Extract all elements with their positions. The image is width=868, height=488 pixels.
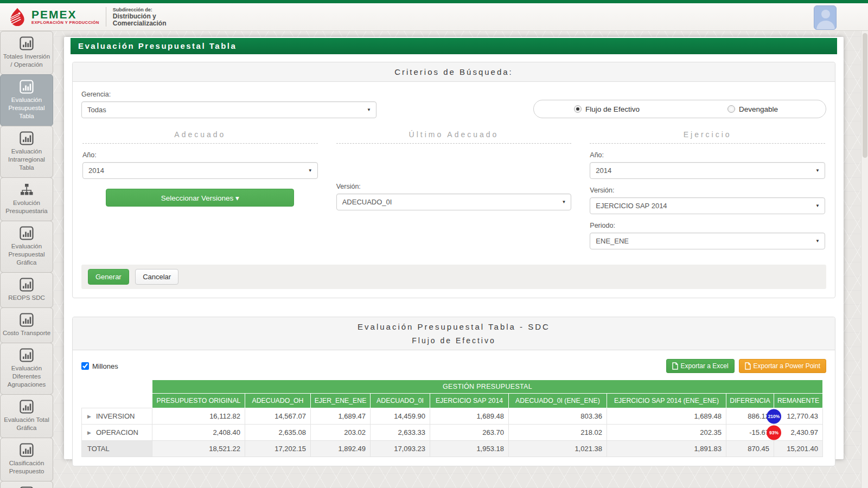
blank-header-cell [82,394,152,408]
sidebar-item-label: Evolución Presupuestaria [5,200,47,214]
table-cell: 1,689.48 [607,408,726,425]
sidebar-item-evaluaci-n-presupuestal-gr-fica[interactable]: Evaluación Presupuestal Gráfica [0,221,53,273]
export-buttons: Exportar a Excel Exportar a Power Point [666,359,826,373]
app-header: PEMEX EXPLORACIÓN Y PRODUCCIÓN Subdirecc… [0,3,868,31]
table-cell: 1,892.49 [311,441,371,457]
ejercicio-version-select[interactable]: EJERCICIO SAP 2014 ▼ [590,197,825,214]
ejercicio-periodo-label: Periodo: [590,222,825,229]
sidebar-item-evaluaci-n-presupuestal-tabla[interactable]: Evaluación Presupuestal Tabla [0,74,53,126]
scrollbar-thumb[interactable] [863,33,867,158]
radio-flujo-de-efectivo[interactable]: Flujo de Efectivo [534,105,680,113]
ejercicio-ano-select[interactable]: 2014 ▼ [590,162,825,179]
pemex-logo: PEMEX EXPLORACIÓN Y PRODUCCIÓN [8,7,99,27]
spacer [336,151,572,183]
brand-name: PEMEX [31,9,99,20]
header-divider [106,7,106,27]
logo-text: PEMEX EXPLORACIÓN Y PRODUCCIÓN [31,9,99,25]
adecuado-ano-select[interactable]: 2014 ▼ [82,162,318,179]
sidebar-item-evaluaci-n-diferentes-agrupaciones[interactable]: Evaluación Diferentes Agrupaciones [0,343,53,395]
sidebar-item-evaluaci-n-intrarregional-tabla[interactable]: Evaluación Intrarregional Tabla [0,126,53,178]
vertical-scrollbar[interactable] [861,31,868,488]
file-icon [672,362,678,370]
sidebar-item-evaluaci-n-total-gr-fica[interactable]: Evaluación Total Gráfica [0,394,53,438]
export-powerpoint-button[interactable]: Exportar a Power Point [739,359,826,373]
table-cell: 2,635.08 [245,425,311,441]
sidebar-item-label: REOPS SDC [8,294,45,301]
column-header: ADECUADO_0I (ENE_ENE) [509,394,607,408]
column-header: DIFERENCIA [726,394,774,408]
file-icon [745,362,751,370]
expand-chevron-icon[interactable]: ▶ [87,430,91,435]
table-cell: 218.02 [509,425,607,441]
dropdown-caret-icon: ▼ [815,233,820,249]
table-cell: 1,689.48 [430,408,509,425]
flow-type-radio-group: Flujo de Efectivo Devengable [533,100,826,118]
radio-icon [727,105,735,113]
sidebar-item-label: Evaluación Presupuestal Gráfica [8,243,44,266]
column-header: PRESUPUESTO ORIGINAL [152,394,245,408]
table-cell: 17,093.23 [371,441,430,457]
generar-button[interactable]: Generar [88,269,129,285]
row-label-operacion[interactable]: ▶OPERACION [82,425,152,441]
bar-chart-icon [2,400,52,414]
table-cell: 203.02 [311,425,371,441]
row-label-inversion[interactable]: ▶INVERSION [82,408,152,425]
sidebar-item-clasificaci-n-presupuesto[interactable]: Clasificación Presupuesto [0,438,53,481]
millones-checkbox[interactable]: Millones [81,362,118,370]
section-ultimo-adecuado-title: Último Adecuado [336,130,572,144]
export-excel-button[interactable]: Exportar a Excel [666,359,735,373]
table-cell: 1,891.83 [607,441,726,457]
table-cell: 2,408.40 [152,425,245,441]
ejercicio-periodo-select[interactable]: ENE_ENE ▼ [590,233,825,249]
sidebar-item-label: Evaluación Intrarregional Tabla [8,148,45,171]
column-header: ADECUADO_OH [245,394,311,408]
bar-chart-icon [2,80,52,94]
blank-header-cell [82,380,152,394]
sidebar-item-costo-transporte[interactable]: Costo Transporte [0,307,53,343]
table-cell: 16,112.82 [152,408,245,425]
table-cell: 1,953.18 [430,441,509,457]
cancelar-button[interactable]: Cancelar [135,269,178,285]
radio-devengable[interactable]: Devengable [680,105,826,113]
column-header: EJERCICIO SAP 2014 (ENE_ENE) [607,394,726,408]
group-header-row: GESTIÓN PRESUPUESTAL [82,380,823,394]
brand-tagline: EXPLORACIÓN Y PRODUCCIÓN [31,20,99,25]
gerencia-select[interactable]: Todas ▼ [81,101,376,118]
results-subtitle: Flujo de Efectivo [73,336,835,345]
table-cell: 14,567.07 [245,408,311,425]
bar-chart-icon [2,348,52,362]
sidebar-item-totales-inversi-n-operaci-n[interactable]: Totales Inversión / Operación [0,31,53,75]
ultimo-adecuado-version-select[interactable]: ADECUADO_0I ▼ [336,194,572,210]
ultimo-adecuado-version-label: Versión: [336,183,572,190]
table-cell: 1,021.38 [509,441,607,457]
table-cell: 803.36 [509,408,607,425]
sidebar: Totales Inversión / OperaciónEvaluación … [0,31,53,488]
percent-badge: 210% [767,409,781,423]
sidebar-item-label: Evaluación Presupuestal Tabla [8,97,44,119]
bar-chart-icon [2,226,52,240]
user-avatar[interactable] [814,5,837,30]
expand-chevron-icon[interactable]: ▶ [87,414,91,419]
group-header: GESTIÓN PRESUPUESTAL [152,380,823,394]
millones-checkbox-input[interactable] [81,362,89,370]
seleccionar-versiones-button[interactable]: Seleccionar Versiones ▾ [106,189,294,207]
sidebar-item-10[interactable] [0,481,53,488]
sidebar-item-reops-sdc[interactable]: REOPS SDC [0,272,53,308]
table-row-operacion: ▶OPERACION2,408.402,635.08203.022,633.33… [82,425,823,441]
dropdown-caret-icon: ▼ [308,163,312,178]
table-cell: 886.12210% [726,408,774,425]
criteria-heading: Criterios de Búsqueda: [73,62,835,82]
criteria-title: Criterios de Búsqueda: [73,67,835,76]
row-label-total: TOTAL [82,441,152,457]
dropdown-caret-icon: ▾ [235,194,239,202]
ejercicio-version-label: Versión: [590,187,825,194]
sidebar-item-evoluci-n-presupuestaria[interactable]: Evolución Presupuestaria [0,177,53,221]
table-cell: 263.70 [430,425,509,441]
table-cell: 1,689.47 [311,408,371,425]
section-adecuado-title: Adecuado [82,130,318,144]
results-panel: Evaluación Presupuestal Tabla - SDC Fluj… [72,317,835,466]
results-body: Millones Exportar a Excel Exportar a Pow… [73,350,835,466]
main-panel: Evaluación Presupuestal Tabla Criterios … [64,37,844,459]
table-row-inversion: ▶INVERSION16,112.8214,567.071,689.4714,4… [82,408,823,425]
dropdown-caret-icon: ▼ [815,198,820,214]
